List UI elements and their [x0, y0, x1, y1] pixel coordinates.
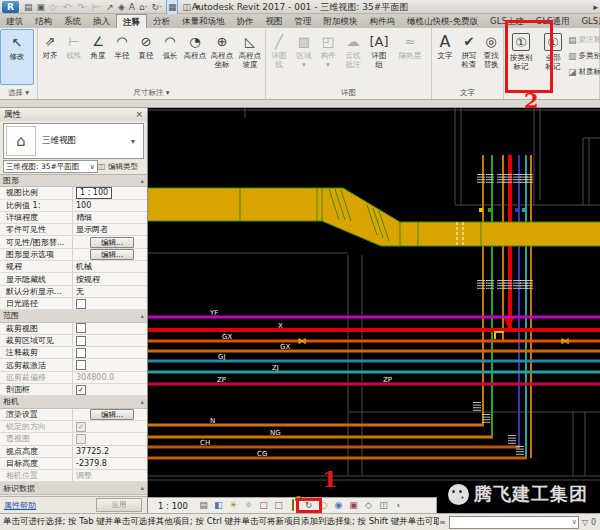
measure-icon[interactable]: ⊢·: [92, 0, 103, 14]
区域▾-button[interactable]: ▨区域▾: [292, 29, 316, 85]
lock-3d-view-icon[interactable]: [286, 498, 301, 513]
tab-协作[interactable]: 协作: [231, 14, 260, 28]
高程点坡度-button[interactable]: ◺高程点坡度: [236, 29, 264, 85]
checkbox[interactable]: [76, 323, 86, 333]
隔热层-button[interactable]: ≈隔热层: [392, 29, 428, 85]
拼写检查-button[interactable]: ✔拼写检查: [458, 29, 480, 85]
view-instance-dropdown[interactable]: 三维视图: 35#平面图∨: [3, 160, 98, 173]
高程点坐标-button[interactable]: ⊕高程点坐标: [208, 29, 236, 85]
弧长-button[interactable]: ◠弧长: [158, 29, 182, 85]
crop-view-icon[interactable]: □: [256, 498, 271, 513]
视图比例-value[interactable]: 1 : 100: [72, 187, 148, 198]
shadows-icon[interactable]: ☼: [241, 498, 256, 513]
edit-button[interactable]: 编辑...: [90, 237, 134, 248]
tag-icon[interactable]: ◈: [118, 0, 125, 14]
云线批注-button[interactable]: ☁云线批注: [340, 29, 366, 85]
checkbox[interactable]: [76, 336, 86, 346]
edit-type-button[interactable]: ◫ 编辑类型: [98, 160, 144, 173]
revit-app-menu-button[interactable]: R: [2, 1, 19, 13]
零件可见性-value[interactable]: 显示两者: [72, 224, 148, 235]
default-3d-icon[interactable]: ⌂·: [139, 0, 148, 14]
design-option-field[interactable]: ∨: [449, 516, 579, 529]
undo-icon[interactable]: ↶·: [63, 0, 73, 14]
apply-button[interactable]: 应用: [96, 498, 142, 512]
close-hidden-icon[interactable]: ◫: [182, 0, 191, 14]
customize-icon[interactable]: ▾: [195, 0, 200, 14]
panel-label[interactable]: 尺寸标注 ▾: [38, 87, 265, 99]
text-icon[interactable]: A: [129, 0, 135, 14]
tab-体量和场地[interactable]: 体量和场地: [176, 14, 231, 28]
section-collapse-icon[interactable]: ▴: [140, 177, 148, 185]
isolate-icon[interactable]: ▣: [346, 498, 361, 513]
高程点-button[interactable]: ◔高程点: [182, 29, 208, 85]
tab-建筑[interactable]: 建筑: [0, 14, 29, 28]
tab-GLS风[interactable]: GLS风: [576, 14, 600, 28]
viewcube-icon[interactable]: ◫: [376, 498, 391, 513]
线性-button[interactable]: ⊢线性: [62, 29, 86, 85]
analysis-icon[interactable]: ◇: [361, 498, 376, 513]
checkbox[interactable]: ✓: [76, 422, 86, 432]
构件▾-button[interactable]: ◰构件▾: [316, 29, 340, 85]
section-图形[interactable]: 图形▴: [0, 175, 148, 187]
panel-label[interactable]: 详图: [266, 87, 431, 99]
显示隐藏线-value[interactable]: 按规程: [72, 273, 148, 284]
详细程度-value[interactable]: 精细: [72, 212, 148, 223]
expand-icon[interactable]: ‹: [391, 498, 406, 513]
渲染设置-value[interactable]: 编辑...: [72, 409, 148, 420]
temporary-hide-icon[interactable]: ◉: [331, 498, 346, 513]
filter-icon[interactable]: ▽: [582, 518, 588, 527]
section-标识数据[interactable]: 标识数据▴: [0, 482, 148, 494]
按类别标记-button[interactable]: ①按类别标记: [504, 29, 538, 85]
tab-GLS通用[interactable]: GLS通用: [530, 14, 576, 28]
tab-GLS土建[interactable]: GLS土建: [484, 14, 530, 28]
锁定的方向-value[interactable]: ✓: [72, 421, 148, 432]
半径-button[interactable]: ◠半径: [110, 29, 134, 85]
tab-插入[interactable]: 插入: [87, 14, 116, 28]
详图线-button[interactable]: ╱详图线: [266, 29, 292, 85]
section-collapse-icon[interactable]: ▴: [140, 484, 148, 492]
文字-button[interactable]: A文字: [432, 29, 458, 85]
restore-orientation-icon[interactable]: ↻: [301, 498, 316, 513]
open-file-icon[interactable]: ▤: [24, 0, 33, 14]
panel-label[interactable]: 选择 ▾: [0, 87, 37, 99]
reveal-hidden-icon[interactable]: ○: [316, 498, 331, 513]
sun-path-icon[interactable]: ☀: [226, 498, 241, 513]
图形显示选项-value[interactable]: 编辑...: [72, 249, 148, 260]
section-collapse-icon[interactable]: ▴: [140, 312, 148, 320]
edit-button[interactable]: 编辑...: [90, 249, 134, 260]
tab-管理[interactable]: 管理: [289, 14, 318, 28]
checkbox[interactable]: ✓: [76, 385, 86, 395]
可见性/图形替...-value[interactable]: 编辑...: [72, 236, 148, 247]
checkbox[interactable]: [76, 299, 86, 309]
全部标记-button[interactable]: ①全部标记: [538, 29, 568, 85]
比例值 1:-value[interactable]: 100: [72, 200, 148, 211]
查找替换-button[interactable]: ◎查找替换: [480, 29, 502, 85]
worksets-icon[interactable]: ≡: [439, 518, 446, 527]
3d-view-icon[interactable]: ◇·: [49, 0, 59, 14]
tab-系统[interactable]: 系统: [58, 14, 87, 28]
worksharing-icon[interactable]: ▤: [196, 498, 211, 513]
close-icon[interactable]: ×: [135, 108, 143, 121]
裁剪区域可见-value[interactable]: [72, 335, 148, 346]
drawing-area[interactable]: ⋈⋈YFXGXGXGJZJZPZPNNGCHCG: [148, 108, 600, 513]
材质标记-button[interactable]: ◪材质标记: [568, 64, 600, 79]
properties-help-link[interactable]: 属性帮助: [0, 500, 96, 511]
剖面框-value[interactable]: ✓: [72, 384, 148, 395]
aligned-dimension-icon[interactable]: ↗: [106, 0, 114, 14]
规程-value[interactable]: 机械: [72, 261, 148, 272]
多类别-button[interactable]: ▥多类别: [568, 48, 600, 63]
tab-视图[interactable]: 视图: [260, 14, 289, 28]
视点高度-value[interactable]: 37725.2: [72, 446, 148, 457]
tab-分析[interactable]: 分析: [147, 14, 176, 28]
tab-附加模块[interactable]: 附加模块: [318, 14, 364, 28]
tab-注释[interactable]: 注释: [116, 14, 147, 28]
panel-label[interactable]: 文字: [432, 87, 503, 99]
save-icon[interactable]: ▣: [37, 0, 46, 14]
远剪裁偏移-value[interactable]: 304800.0: [72, 372, 148, 383]
panel-label[interactable]: [504, 87, 599, 99]
梁注释-button[interactable]: ▤梁注释: [568, 32, 600, 47]
修改-button[interactable]: ↖修改: [0, 29, 34, 85]
view-scale-button[interactable]: 1 : 100: [148, 501, 196, 511]
checkbox[interactable]: [76, 348, 86, 358]
section-相机[interactable]: 相机▴: [0, 396, 148, 408]
